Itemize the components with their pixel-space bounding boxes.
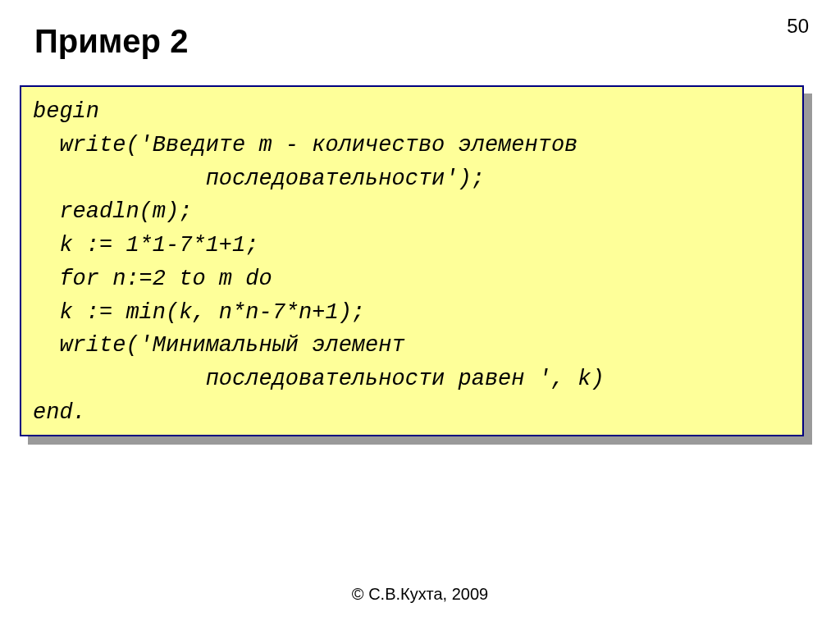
- slide: 50 Пример 2 begin write('Введите m - кол…: [0, 0, 840, 630]
- slide-title: Пример 2: [34, 23, 188, 60]
- code-listing: begin write('Введите m - количество элем…: [33, 95, 791, 430]
- page-number: 50: [787, 15, 809, 38]
- footer-copyright: © С.В.Кухта, 2009: [0, 585, 840, 604]
- code-box: begin write('Введите m - количество элем…: [20, 85, 804, 436]
